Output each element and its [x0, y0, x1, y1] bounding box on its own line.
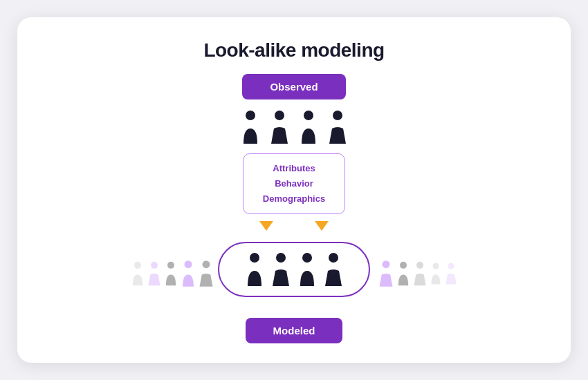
svg-point-8 [203, 260, 210, 268]
svg-point-14 [250, 253, 259, 263]
observed-label: Observed [242, 74, 345, 99]
svg-point-4 [134, 262, 141, 269]
svg-point-13 [448, 263, 454, 269]
svg-point-1 [275, 111, 284, 120]
bg-person-1 [131, 260, 145, 287]
bg-person-5 [199, 258, 214, 289]
person-icon-1 [241, 109, 260, 145]
bg-person-8 [413, 260, 427, 287]
arrows-row [259, 221, 329, 231]
person-icon-2 [270, 109, 289, 145]
svg-point-7 [185, 260, 192, 268]
attributes-box: Attributes Behavior Demographics [243, 153, 345, 214]
modeled-figures-box [218, 242, 370, 297]
page-title: Look-alike modeling [203, 39, 384, 61]
crowd-section [31, 236, 557, 311]
arrow-right [315, 221, 329, 231]
arrow-left [259, 221, 273, 231]
svg-point-10 [400, 262, 407, 269]
svg-point-3 [333, 111, 342, 120]
modeled-person-2 [271, 251, 291, 287]
svg-point-12 [433, 263, 439, 269]
main-card: Look-alike modeling Observed Attributes … [17, 17, 571, 363]
svg-point-16 [302, 253, 312, 263]
svg-point-0 [246, 111, 255, 120]
svg-point-17 [329, 253, 338, 263]
bg-person-10 [445, 261, 457, 286]
svg-point-5 [151, 262, 158, 269]
modeled-label: Modeled [246, 318, 343, 343]
svg-point-6 [167, 262, 174, 269]
modeled-person-4 [324, 251, 343, 287]
modeled-person-1 [245, 251, 264, 287]
bg-person-7 [396, 260, 410, 287]
bg-person-9 [430, 261, 442, 286]
svg-point-9 [383, 260, 390, 268]
modeled-person-3 [297, 251, 317, 287]
attribute-line2: Behavior [275, 178, 313, 189]
bg-person-4 [181, 258, 196, 289]
svg-point-2 [304, 111, 313, 120]
svg-point-11 [416, 262, 423, 269]
attribute-line1: Attributes [273, 163, 315, 173]
svg-point-15 [276, 253, 286, 263]
observed-figures [241, 109, 347, 145]
attribute-line3: Demographics [263, 193, 325, 204]
person-icon-4 [328, 109, 347, 145]
bg-person-2 [147, 260, 161, 287]
person-icon-3 [299, 109, 318, 145]
bg-person-6 [378, 258, 394, 289]
bg-person-3 [164, 260, 178, 287]
